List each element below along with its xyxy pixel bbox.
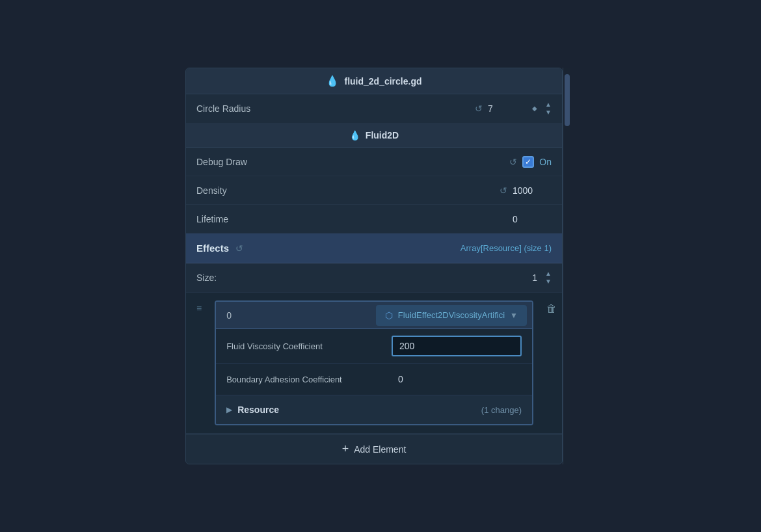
lifetime-value-group: 0 — [513, 214, 552, 224]
add-plus-icon: + — [342, 442, 349, 456]
circle-radius-spinner[interactable]: ◆ — [532, 105, 537, 112]
size-spin-up[interactable]: ▲ — [545, 270, 552, 278]
size-value: 1 — [532, 273, 537, 283]
debug-draw-reset-icon[interactable]: ↺ — [509, 157, 517, 167]
size-label: Size: — [196, 273, 532, 283]
adhesion-label: Boundary Adhesion Coefficient — [226, 375, 392, 384]
array-index: 0 — [216, 304, 376, 327]
effects-section-header: Effects ↺ Array[Resource] (size 1) — [186, 233, 562, 263]
debug-draw-value-group: ↺ ✓ On — [509, 156, 552, 168]
array-item-container: 0 ⬡ FluidEffect2DViscosityArtifici ▼ Flu… — [215, 300, 533, 425]
scrollbar[interactable] — [563, 68, 570, 464]
delete-icon[interactable]: 🗑 — [541, 295, 562, 323]
density-row: Density ↺ 1000 — [186, 176, 562, 205]
array-type-label: FluidEffect2DViscosityArtifici — [398, 310, 505, 320]
viscosity-row: Fluid Viscosity Coefficient — [216, 329, 532, 364]
array-item-outer-row: ≡ 0 ⬡ FluidEffect2DViscosityArtifici ▼ F… — [186, 293, 562, 434]
resource-row: ▶ Resource (1 change) — [216, 395, 532, 424]
density-value-group: ↺ 1000 — [500, 185, 552, 196]
circle-radius-spin-arrows[interactable]: ▲ ▼ — [545, 101, 552, 116]
effect-type-icon: ⬡ — [385, 310, 393, 321]
lifetime-value: 0 — [513, 214, 552, 224]
resource-label: Resource — [237, 405, 481, 415]
lifetime-row: Lifetime 0 — [186, 205, 562, 233]
fluid2d-icon: 💧 — [349, 130, 360, 140]
dropdown-arrow-icon: ▼ — [510, 311, 518, 320]
density-reset-icon[interactable]: ↺ — [500, 185, 507, 196]
array-item-header: 0 ⬡ FluidEffect2DViscosityArtifici ▼ — [216, 302, 532, 329]
add-element-label: Add Element — [354, 444, 406, 455]
title-bar: 💧 fluid_2d_circle.gd — [186, 68, 562, 94]
fluid2d-label: Fluid2D — [366, 130, 399, 140]
fluid2d-header: 💧 Fluid2D — [186, 124, 562, 148]
spin-up[interactable]: ▲ — [545, 101, 552, 109]
effects-header-left: Effects ↺ — [186, 236, 368, 260]
title-label: fluid_2d_circle.gd — [344, 76, 421, 86]
array-type-button[interactable]: ⬡ FluidEffect2DViscosityArtifici ▼ — [376, 305, 527, 326]
viscosity-label: Fluid Viscosity Coefficient — [226, 341, 392, 351]
size-row: Size: 1 ▲ ▼ — [186, 263, 562, 293]
adhesion-value: 0 — [392, 370, 522, 388]
drag-handle-icon[interactable]: ≡ — [191, 295, 207, 321]
circle-radius-row: Circle Radius ↺ 7 ◆ ▲ ▼ — [186, 94, 562, 124]
size-spin-down[interactable]: ▼ — [545, 278, 552, 286]
spin-up-icon[interactable]: ◆ — [532, 105, 537, 112]
debug-draw-on-label: On — [539, 157, 552, 167]
lifetime-label: Lifetime — [196, 214, 513, 224]
add-element-bar[interactable]: + Add Element — [186, 434, 562, 464]
adhesion-row: Boundary Adhesion Coefficient 0 — [216, 364, 532, 395]
circle-radius-value-group: ↺ 7 ◆ ▲ ▼ — [475, 101, 552, 116]
scrollbar-thumb[interactable] — [565, 74, 570, 126]
density-value: 1000 — [513, 185, 552, 196]
size-spin-arrows[interactable]: ▲ ▼ — [545, 270, 552, 286]
circle-radius-label: Circle Radius — [196, 103, 475, 114]
inspector-panel: 💧 fluid_2d_circle.gd Circle Radius ↺ 7 ◆… — [185, 68, 563, 464]
density-label: Density — [196, 185, 500, 196]
debug-draw-row: Debug Draw ↺ ✓ On — [186, 148, 562, 176]
spin-down[interactable]: ▼ — [545, 109, 552, 116]
circle-radius-reset-icon[interactable]: ↺ — [475, 103, 483, 114]
resource-change-label: (1 change) — [481, 405, 522, 415]
debug-draw-checkbox[interactable]: ✓ — [522, 156, 534, 168]
debug-draw-label: Debug Draw — [196, 157, 509, 167]
effects-reset-icon[interactable]: ↺ — [235, 243, 243, 254]
size-value-group: 1 ▲ ▼ — [532, 270, 552, 286]
resource-arrow-icon: ▶ — [226, 405, 232, 414]
circle-radius-value: 7 — [488, 103, 527, 114]
effects-array-label: Array[Resource] (size 1) — [368, 237, 562, 259]
script-icon: 💧 — [326, 75, 339, 87]
effects-title: Effects — [196, 243, 229, 254]
viscosity-input[interactable] — [392, 336, 522, 356]
